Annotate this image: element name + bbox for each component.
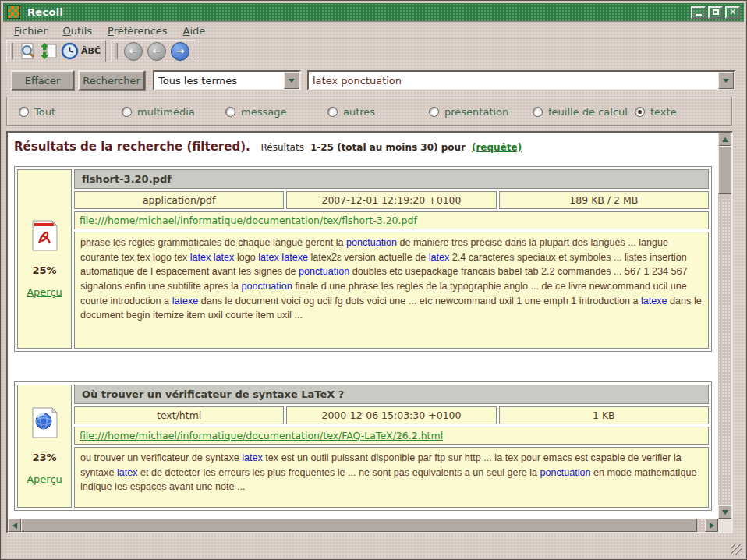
filter-radio-presentation[interactable]: présentation [429, 106, 508, 118]
clear-button[interactable]: Effacer [11, 70, 74, 90]
previous-page-button[interactable]: ← [147, 42, 166, 61]
history-clock-icon[interactable] [60, 41, 80, 61]
search-query-combo [307, 70, 735, 90]
relevance-percent: 25% [32, 264, 56, 276]
radio-icon [533, 107, 543, 117]
radio-icon [19, 107, 29, 117]
result-1-side: 25% Aperçu [17, 169, 72, 349]
mime-type: application/pdf [74, 191, 284, 209]
result-2-side: 23% Aperçu [17, 385, 72, 508]
horizontal-scrollbar[interactable] [8, 519, 718, 532]
toolbar-group-nav: ← ← → [111, 40, 196, 62]
first-page-button[interactable]: ← [124, 42, 143, 61]
result-title[interactable]: flshort-3.20.pdf [74, 169, 709, 189]
recoll-app-icon [7, 5, 20, 19]
filter-radio-tout[interactable]: Tout [19, 106, 55, 118]
filter-radio-autres[interactable]: autres [327, 106, 375, 118]
sort-results-icon[interactable] [39, 41, 58, 61]
mime-type: text/html [74, 406, 284, 424]
html-globe-icon[interactable] [31, 407, 58, 441]
resize-grip[interactable] [731, 544, 742, 555]
menubar: Fichier Outils Préférences Aide [4, 23, 743, 39]
toolbar-handle[interactable] [115, 43, 118, 59]
scroll-up-button[interactable] [718, 133, 731, 146]
result-row-1: 25% Aperçu flshort-3.20.pdf application/… [14, 166, 712, 352]
query-link[interactable]: (requête) [472, 142, 522, 153]
results-range: 1-25 (total au moins 30) pour [310, 142, 466, 153]
category-filterbar: Tout multimédia message autres présentat… [6, 97, 733, 126]
filter-radio-message[interactable]: message [225, 106, 286, 118]
doc-size: 189 KB / 2 MB [499, 191, 709, 209]
radio-icon [225, 107, 235, 117]
scrollbar-corner [718, 519, 731, 532]
results-title: Résultats de la recherche (filtered). [14, 140, 250, 154]
radio-icon [429, 107, 439, 117]
filter-radio-feuille-de-calcul[interactable]: feuille de calcul [533, 106, 628, 118]
toolbar: ÂBĈ ← ← → [6, 40, 196, 62]
pdf-icon[interactable] [31, 220, 58, 254]
recoll-window: { "window": { "title": "Recoll", "contro… [0, 0, 747, 560]
triangle-down-icon [722, 510, 728, 515]
search-mode-select[interactable]: Tous les termes [153, 70, 301, 90]
doc-date: 2007-12-01 12:19:20 +0100 [286, 191, 496, 209]
relevance-percent: 23% [32, 452, 56, 463]
filter-radio-texte[interactable]: texte [635, 106, 677, 118]
menu-outils[interactable]: Outils [56, 24, 100, 37]
first-page-icon: ← [129, 46, 138, 56]
window-title: Recoll [27, 6, 63, 18]
vertical-scrollbar-thumb[interactable] [718, 146, 731, 194]
snippet-text: ou trouver un verificateur de syntaxe la… [74, 447, 709, 508]
maximize-button[interactable] [708, 6, 723, 19]
radio-icon [327, 107, 338, 117]
search-history-dropdown-button[interactable] [718, 72, 734, 89]
doc-url-link[interactable]: file:///home/michael/informatique/docume… [80, 214, 417, 226]
search-mode-dropdown-button[interactable] [284, 72, 299, 89]
search-mode-value: Tous les termes [154, 75, 237, 87]
radio-icon [635, 107, 645, 117]
status-bar [3, 535, 744, 557]
filter-radio-multimedia[interactable]: multimédia [122, 106, 195, 118]
scroll-down-button[interactable] [718, 505, 731, 519]
results-summary: Résultats de la recherche (filtered). Ré… [14, 140, 715, 154]
document-preview-icon[interactable] [18, 41, 37, 61]
results-panel: Résultats de la recherche (filtered). Ré… [6, 131, 733, 533]
scroll-right-button[interactable] [705, 519, 718, 532]
triangle-left-icon [12, 523, 17, 529]
result-row-2: 23% Aperçu Où trouver un vérificateur de… [14, 381, 712, 511]
close-icon: ✕ [729, 8, 736, 16]
window-controls: ✕ [691, 6, 740, 19]
snippet-text: phrase les regles grammaticales de chaqu… [74, 232, 709, 349]
close-button[interactable]: ✕ [725, 6, 740, 19]
minimize-icon [696, 14, 702, 16]
preview-link[interactable]: Aperçu [27, 473, 62, 485]
doc-size: 1 KB [499, 406, 709, 424]
chevron-down-icon [723, 79, 729, 83]
term-explorer-icon[interactable]: ÂBĈ [81, 41, 101, 61]
window-titlebar: Recoll ✕ [3, 3, 744, 21]
menu-aide[interactable]: Aide [176, 24, 213, 37]
chevron-down-icon [289, 79, 295, 83]
doc-url-link[interactable]: file:///home/michael/informatique/docume… [80, 430, 443, 441]
menu-preferences[interactable]: Préférences [101, 24, 174, 37]
vertical-scrollbar[interactable] [718, 133, 731, 519]
triangle-up-icon [722, 137, 728, 142]
triangle-right-icon [710, 523, 714, 529]
search-button[interactable]: Rechercher [78, 70, 145, 90]
minimize-button[interactable] [691, 6, 706, 19]
radio-icon [122, 107, 132, 117]
next-page-icon: → [176, 46, 185, 56]
toolbar-group-main: ÂBĈ [6, 40, 106, 62]
scroll-left-button[interactable] [8, 519, 21, 532]
next-page-button[interactable]: → [171, 42, 189, 61]
search-input[interactable] [309, 74, 718, 87]
menu-fichier[interactable]: Fichier [7, 24, 55, 37]
doc-date: 2000-12-06 15:03:30 +0100 [286, 406, 496, 424]
preview-link[interactable]: Aperçu [27, 286, 62, 298]
results-content: Résultats de la recherche (filtered). Ré… [8, 133, 718, 519]
toolbar-handle[interactable] [10, 43, 13, 59]
horizontal-scrollbar-thumb[interactable] [21, 519, 697, 532]
maximize-icon [713, 9, 719, 15]
previous-page-icon: ← [153, 46, 161, 56]
result-title[interactable]: Où trouver un vérificateur de syntaxe La… [74, 385, 709, 404]
